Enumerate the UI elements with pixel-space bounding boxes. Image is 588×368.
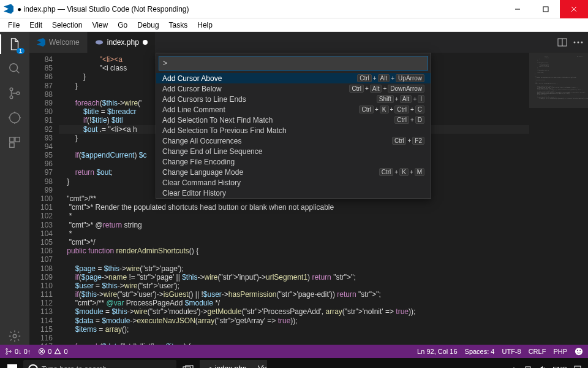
explorer-icon[interactable]: 1 bbox=[6, 36, 23, 53]
extensions-icon[interactable] bbox=[6, 134, 23, 151]
palette-item[interactable]: Clear Command History bbox=[156, 177, 431, 188]
tray-volume-icon[interactable] bbox=[538, 366, 546, 368]
tab-welcome[interactable]: Welcome bbox=[29, 32, 88, 53]
taskbar-search[interactable]: Type here to search bbox=[23, 360, 176, 368]
svg-point-25 bbox=[6, 348, 8, 350]
svg-point-32 bbox=[577, 350, 578, 351]
activity-bar: 1 bbox=[0, 32, 29, 345]
windows-taskbar: Type here to search ● index.php — Visu… … bbox=[0, 358, 588, 368]
window-maximize-button[interactable] bbox=[532, 0, 560, 18]
explorer-badge: 1 bbox=[17, 48, 24, 54]
palette-item[interactable]: Change Language ModeCtrl+K+M bbox=[156, 167, 431, 177]
status-feedback-icon[interactable] bbox=[575, 347, 583, 356]
tab-index-php[interactable]: index.php bbox=[88, 32, 156, 53]
taskbar-app-label: ● index.php — Visu… bbox=[208, 364, 267, 368]
status-sync-label: 0↓ 0↑ bbox=[15, 348, 31, 355]
status-git-branch[interactable]: 0↓ 0↑ bbox=[5, 348, 31, 355]
svg-point-24 bbox=[581, 42, 583, 44]
svg-rect-14 bbox=[10, 137, 14, 142]
more-actions-icon[interactable] bbox=[573, 41, 583, 44]
svg-rect-1 bbox=[543, 7, 548, 12]
svg-point-22 bbox=[574, 42, 576, 44]
menu-tasks[interactable]: Tasks bbox=[165, 20, 192, 31]
status-eol[interactable]: CRLF bbox=[529, 348, 546, 355]
svg-point-7 bbox=[10, 96, 13, 99]
status-errors: 0 bbox=[48, 348, 51, 355]
palette-item-shortcut: Ctrl+D bbox=[394, 116, 424, 124]
source-control-icon[interactable] bbox=[6, 85, 23, 102]
palette-item-label: Change File Encoding bbox=[162, 158, 235, 166]
palette-item-shortcut: Shift+Alt+I bbox=[377, 95, 424, 103]
svg-point-6 bbox=[10, 88, 13, 91]
palette-prefix: > bbox=[163, 59, 167, 67]
debug-icon[interactable] bbox=[6, 109, 23, 126]
status-encoding[interactable]: UTF-8 bbox=[502, 348, 521, 355]
palette-item[interactable]: Change End of Line Sequence bbox=[156, 146, 431, 156]
status-cursor-position[interactable]: Ln 92, Col 16 bbox=[417, 348, 457, 355]
svg-point-27 bbox=[10, 351, 12, 353]
vscode-icon bbox=[4, 4, 13, 14]
svg-point-31 bbox=[575, 348, 582, 355]
palette-item[interactable]: Add Cursor AboveCtrl+Alt+UpArrow bbox=[156, 73, 431, 83]
split-editor-icon[interactable] bbox=[557, 37, 567, 47]
menu-go[interactable]: Go bbox=[113, 20, 132, 31]
menu-debug[interactable]: Debug bbox=[133, 20, 163, 31]
tab-bar: Welcome index.php bbox=[29, 32, 588, 53]
tab-label: Welcome bbox=[49, 38, 80, 47]
palette-item[interactable]: Add Cursors to Line EndsShift+Alt+I bbox=[156, 94, 431, 104]
menu-file[interactable]: File bbox=[4, 20, 24, 31]
start-button[interactable] bbox=[2, 360, 22, 368]
taskbar-app-vscode[interactable]: ● index.php — Visu… bbox=[200, 360, 267, 368]
settings-gear-icon[interactable] bbox=[6, 328, 23, 345]
minimap[interactable]: "<li><a e='$tree'>" . "<i class } } fore… bbox=[529, 53, 588, 345]
palette-item-shortcut: Ctrl+F2 bbox=[392, 137, 424, 145]
palette-item-label: Add Selection To Next Find Match bbox=[162, 116, 273, 125]
tray-notifications-icon[interactable] bbox=[573, 365, 582, 368]
svg-point-33 bbox=[579, 350, 581, 351]
svg-point-9 bbox=[10, 113, 20, 123]
status-problems[interactable]: 0 0 bbox=[38, 348, 67, 355]
menu-view[interactable]: View bbox=[88, 20, 112, 31]
menu-selection[interactable]: Selection bbox=[48, 20, 86, 31]
svg-point-19 bbox=[96, 40, 103, 45]
svg-point-17 bbox=[13, 334, 17, 338]
palette-item[interactable]: Add Line CommentCtrl+K+Ctrl+C bbox=[156, 104, 431, 115]
palette-item[interactable]: Add Selection To Previous Find Match bbox=[156, 125, 431, 136]
window-close-button[interactable] bbox=[560, 0, 588, 18]
tray-network-icon[interactable] bbox=[523, 366, 532, 368]
palette-item[interactable]: Add Selection To Next Find MatchCtrl+D bbox=[156, 115, 431, 125]
palette-item[interactable]: Add Cursor BelowCtrl+Alt+DownArrow bbox=[156, 83, 431, 94]
palette-item[interactable]: Change File Encoding bbox=[156, 156, 431, 167]
window-title: ● index.php — Visual Studio Code (Not Re… bbox=[17, 5, 189, 13]
palette-item-label: Change All Occurrences bbox=[162, 137, 241, 145]
palette-item[interactable]: Clear Editor History bbox=[156, 188, 431, 198]
palette-item-label: Add Cursors to Line Ends bbox=[162, 95, 246, 104]
search-icon[interactable] bbox=[6, 60, 23, 77]
palette-item-label: Add Cursor Below bbox=[162, 85, 222, 93]
svg-line-5 bbox=[17, 71, 20, 74]
palette-item[interactable]: Change All OccurrencesCtrl+F2 bbox=[156, 136, 431, 146]
tray-language[interactable]: ENG bbox=[552, 366, 567, 368]
window-minimize-button[interactable] bbox=[503, 0, 532, 18]
status-indentation[interactable]: Spaces: 4 bbox=[465, 348, 495, 355]
svg-point-8 bbox=[17, 92, 20, 95]
palette-item-label: Clear Command History bbox=[162, 178, 241, 187]
taskbar-search-placeholder: Type here to search bbox=[42, 365, 107, 368]
window-titlebar: ● index.php — Visual Studio Code (Not Re… bbox=[0, 0, 588, 18]
svg-point-23 bbox=[578, 42, 579, 44]
status-language-mode[interactable]: PHP bbox=[553, 348, 567, 355]
dirty-indicator-icon bbox=[143, 40, 148, 45]
menu-edit[interactable]: Edit bbox=[25, 20, 47, 31]
svg-rect-16 bbox=[10, 143, 14, 147]
command-palette-input[interactable]: > bbox=[159, 56, 428, 71]
task-view-button[interactable] bbox=[178, 360, 198, 368]
menu-help[interactable]: Help bbox=[193, 20, 217, 31]
svg-rect-15 bbox=[15, 137, 20, 142]
line-number-gutter: 8485868788899091929394959697989910010110… bbox=[29, 53, 59, 345]
svg-point-4 bbox=[10, 64, 18, 72]
palette-item-label: Add Cursor Above bbox=[162, 74, 222, 83]
palette-item-label: Change Language Mode bbox=[162, 168, 243, 177]
cortana-icon bbox=[28, 364, 38, 368]
status-bar: 0↓ 0↑ 0 0 Ln 92, Col 16 Spaces: 4 UTF-8 … bbox=[0, 345, 588, 358]
php-file-icon bbox=[95, 38, 104, 47]
